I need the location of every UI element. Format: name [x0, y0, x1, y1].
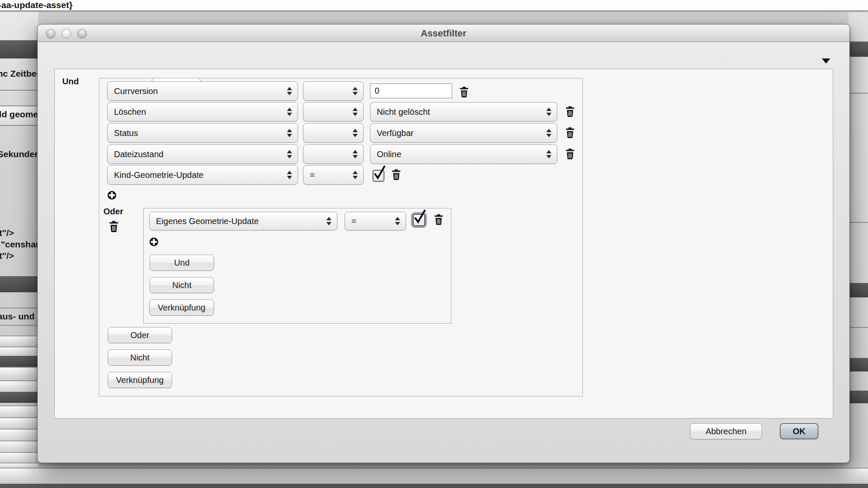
delete-condition-button[interactable]: [565, 148, 575, 160]
background-line: [849, 222, 868, 223]
dialog-titlebar[interactable]: Assetfilter: [38, 25, 849, 42]
select-stepper-icon: [287, 150, 292, 158]
background-row: [0, 441, 38, 453]
select-stepper-icon: [326, 217, 331, 225]
select-stepper-icon: [353, 87, 358, 95]
trash-icon: [565, 106, 575, 117]
trash-icon: [392, 169, 401, 180]
select-stepper-icon: [287, 108, 292, 116]
background-dark-band: [849, 283, 868, 297]
filter-value-select[interactable]: Nicht gelöscht: [370, 102, 557, 122]
background-row: [0, 417, 38, 430]
button-label: Nicht: [130, 353, 150, 362]
background-row: [0, 405, 38, 418]
delete-condition-button[interactable]: [392, 169, 401, 180]
filter-operator-select[interactable]: [303, 123, 364, 143]
select-value: Verfügbar: [377, 128, 414, 138]
background-dark-band: [0, 40, 38, 58]
filter-field-select[interactable]: Löschen: [107, 102, 298, 122]
filter-field-select[interactable]: Eigenes Geometrie-Update: [149, 212, 337, 230]
select-value: Online: [377, 150, 401, 159]
select-stepper-icon: [287, 129, 292, 137]
background-row: [0, 367, 38, 380]
delete-condition-button[interactable]: [459, 86, 469, 98]
select-value: Löschen: [114, 107, 146, 117]
add-condition-button[interactable]: [149, 237, 159, 247]
background-window-right: [849, 12, 868, 488]
background-dark-band: [849, 391, 868, 403]
filter-value-checkbox[interactable]: [413, 214, 425, 226]
filter-field-select[interactable]: Currversion: [107, 81, 298, 101]
delete-group-button[interactable]: [109, 221, 119, 233]
select-value: Dateizustand: [114, 150, 164, 159]
background-code-line: -aa-update-asset}: [0, 0, 868, 10]
select-stepper-icon: [353, 108, 358, 116]
cancel-button[interactable]: Abbrechen: [690, 423, 762, 439]
button-label: Oder: [131, 330, 149, 340]
add-verknuepfung-button[interactable]: Verknüpfung: [108, 372, 172, 388]
select-stepper-icon: [353, 171, 358, 179]
select-value: Eigenes Geometrie-Update: [156, 216, 259, 226]
select-value: Nicht gelöscht: [377, 107, 430, 117]
background-dark-band: [849, 358, 868, 372]
background-dark-band: [0, 276, 38, 292]
select-stepper-icon: [546, 150, 551, 158]
add-verknuepfung-button[interactable]: Verknüpfung: [149, 299, 214, 316]
filter-value-select[interactable]: Online: [370, 144, 557, 164]
background-dark-band: [849, 42, 868, 57]
background-line: [0, 308, 38, 308]
background-row: [0, 429, 38, 441]
add-condition-button[interactable]: [107, 191, 117, 200]
sub-group-operator-label: Oder: [103, 207, 123, 216]
background-code-text: -aa-update-asset}: [0, 0, 72, 10]
background-fragment: nc Zeitbes: [0, 69, 42, 79]
plus-icon: [149, 237, 159, 247]
select-stepper-icon: [546, 108, 551, 116]
background-line: [849, 93, 868, 94]
select-value: Kind-Geometrie-Update: [114, 170, 203, 180]
button-label: Nicht: [172, 280, 192, 290]
background-row: [0, 347, 38, 357]
background-row: [0, 336, 38, 347]
tab-overflow-arrow-icon[interactable]: [822, 58, 830, 64]
filter-operator-select[interactable]: =: [303, 165, 364, 185]
filter-operator-select[interactable]: [303, 144, 364, 164]
plus-icon: [107, 191, 117, 200]
background-line: [849, 327, 868, 328]
button-label: Abbrechen: [706, 427, 747, 436]
filter-value-checkbox[interactable]: [373, 170, 384, 182]
select-value: Status: [114, 128, 138, 138]
filter-field-select[interactable]: Status: [107, 123, 298, 143]
trash-icon: [565, 148, 575, 160]
background-dark-band: [0, 392, 38, 403]
filter-operator-select[interactable]: [303, 102, 364, 122]
filter-value-input[interactable]: [370, 83, 452, 98]
background-row: [0, 452, 38, 463]
ok-button[interactable]: OK: [780, 423, 818, 439]
delete-condition-button[interactable]: [434, 214, 443, 225]
background-fragment: t"/>: [0, 228, 14, 238]
delete-condition-button[interactable]: [565, 127, 575, 139]
add-oder-group-button[interactable]: Oder: [108, 327, 172, 343]
button-label: Verknüpfung: [158, 303, 205, 312]
filter-field-select[interactable]: Dateizustand: [107, 144, 298, 164]
background-fragment: aus- und: [0, 311, 35, 322]
dialog-title: Assetfilter: [38, 28, 849, 39]
background-row: [0, 380, 38, 393]
filter-value-select[interactable]: Verfügbar: [370, 123, 557, 143]
add-nicht-group-button[interactable]: Nicht: [150, 277, 214, 293]
delete-condition-button[interactable]: [565, 106, 575, 117]
add-nicht-group-button[interactable]: Nicht: [108, 349, 172, 366]
select-stepper-icon: [287, 87, 292, 95]
background-fragment: ild geome: [0, 109, 38, 119]
filter-field-select[interactable]: Kind-Geometrie-Update: [107, 165, 298, 185]
select-stepper-icon: [353, 129, 358, 137]
root-group-operator-label: Und: [62, 77, 79, 86]
add-und-group-button[interactable]: Und: [150, 255, 214, 271]
filter-operator-select[interactable]: =: [345, 212, 406, 230]
assetfilter-dialog: Assetfilter Allgemein Symbole Erweitert …: [37, 24, 850, 463]
background-dark-band: [0, 356, 38, 367]
filter-operator-select[interactable]: [303, 81, 364, 101]
screen: -aa-update-asset} nc Zeitbes ild geome S…: [0, 0, 868, 488]
button-label: Verknüpfung: [116, 375, 164, 385]
